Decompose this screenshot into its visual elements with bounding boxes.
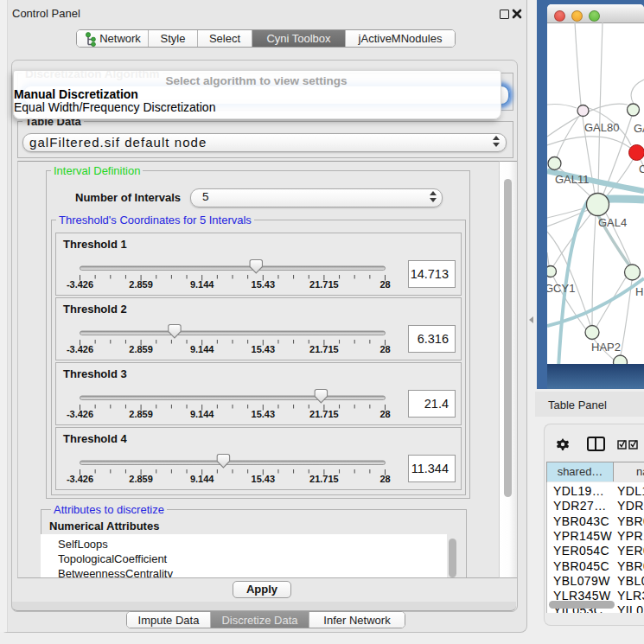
svg-text:C: C xyxy=(639,163,644,175)
svg-text:GAL4: GAL4 xyxy=(598,216,627,229)
svg-text:HAP2: HAP2 xyxy=(591,341,621,354)
svg-text:HI: HI xyxy=(635,285,644,298)
svg-text:GAL11: GAL11 xyxy=(555,173,590,186)
svg-text:GA: GA xyxy=(634,122,644,135)
svg-text:GAL80: GAL80 xyxy=(584,121,619,134)
svg-text:GCY1: GCY1 xyxy=(547,282,575,295)
